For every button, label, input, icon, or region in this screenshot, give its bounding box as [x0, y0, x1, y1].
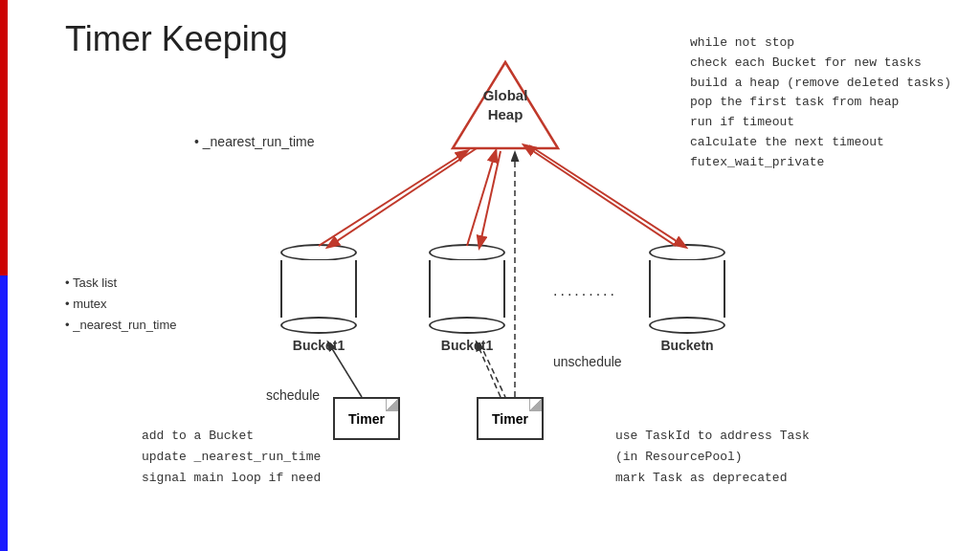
cyl-bottom	[280, 317, 357, 334]
bucket-prop-3: _nearest_run_time	[65, 315, 177, 336]
pseudocode-block: while not stop check each Bucket for new…	[690, 33, 951, 173]
timer2-label: Timer	[492, 411, 528, 427]
cyl-top	[429, 244, 505, 261]
cyl-body	[649, 260, 725, 318]
br-line-3: mark Task as deprecated	[615, 468, 810, 489]
heap-label: GlobalHeap	[448, 86, 563, 123]
timer2: Timer	[477, 397, 544, 440]
bucket2-label: Bucket1	[441, 338, 493, 353]
svg-line-3	[529, 145, 685, 247]
bucketn-label: Bucketn	[660, 338, 713, 353]
global-heap-container: GlobalHeap	[448, 57, 563, 157]
cyl-top	[280, 244, 357, 261]
bl-line-1: add to a Bucket	[142, 426, 321, 447]
bl-line-2: update _nearest_run_time	[142, 447, 321, 468]
cyl-bottom	[429, 317, 505, 334]
pseudo-line-1: while not stop	[690, 33, 951, 54]
svg-line-2	[479, 151, 501, 247]
bucket1-first: Bucket1	[280, 244, 357, 353]
page-title: Timer Keeping	[65, 19, 288, 59]
bucket-properties: Task list mutex _nearest_run_time	[65, 273, 177, 336]
schedule-label: schedule	[266, 387, 320, 403]
br-line-1: use TaskId to address Task	[615, 426, 810, 447]
pseudo-line-5: run if timeout	[690, 113, 951, 133]
timer1: Timer	[333, 397, 400, 440]
svg-line-1	[328, 148, 477, 247]
bucket-prop-2: mutex	[65, 294, 177, 315]
bottom-left-text: add to a Bucket update _nearest_run_time…	[142, 426, 321, 489]
pseudo-line-3: build a heap (remove deleted tasks)	[690, 74, 951, 94]
pseudo-line-7: futex_wait_private	[690, 153, 951, 173]
svg-line-5	[467, 151, 496, 246]
bl-line-3: signal main loop if need	[142, 468, 321, 489]
svg-line-4	[319, 151, 467, 246]
bucket-prop-1: Task list	[65, 273, 177, 294]
bucket1-label: Bucket1	[293, 338, 345, 353]
bucketn: Bucketn	[649, 244, 725, 353]
cyl-body	[280, 260, 357, 318]
pseudo-line-2: check each Bucket for new tasks	[690, 54, 951, 74]
left-bar	[0, 0, 8, 551]
nearest-run-time-label: _nearest_run_time	[194, 134, 315, 149]
cyl-body	[429, 260, 505, 318]
cyl-top	[649, 244, 725, 261]
bottom-right-text: use TaskId to address Task (in ResourceP…	[615, 426, 810, 489]
pseudo-line-4: pop the first task from heap	[690, 93, 951, 113]
slide-content: Timer Keeping while not stop check each …	[8, 0, 980, 551]
dots-separator: .........	[553, 282, 617, 299]
pseudo-line-6: calculate the next timeout	[690, 133, 951, 153]
unschedule-label: unschedule	[553, 354, 622, 369]
timer1-label: Timer	[348, 411, 385, 427]
br-line-2: (in ResourcePool)	[615, 447, 810, 468]
bucket1-second: Bucket1	[429, 244, 505, 353]
svg-line-6	[524, 145, 676, 246]
cyl-bottom	[649, 317, 725, 334]
